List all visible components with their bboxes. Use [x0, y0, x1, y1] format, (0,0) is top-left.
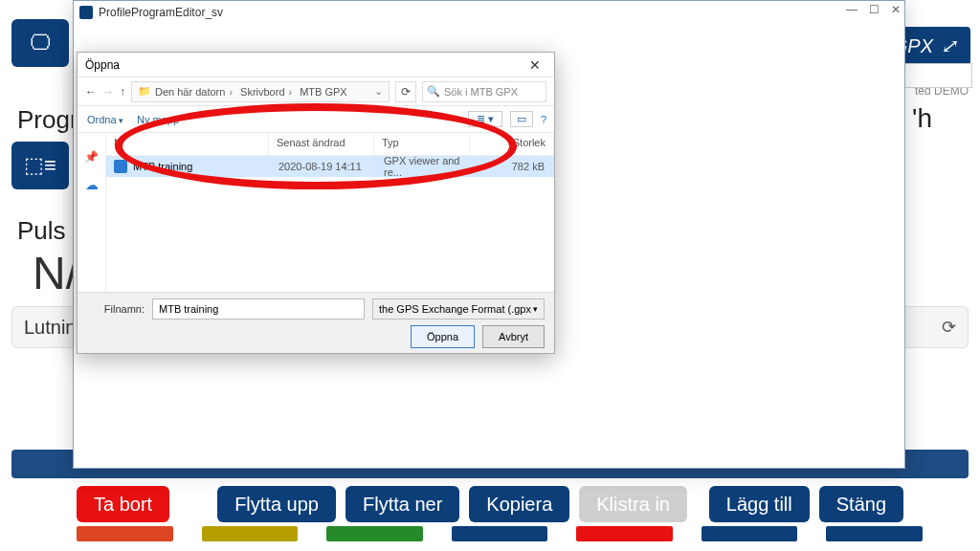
dialog-toolbar: Ordna Ny mapp ≣ ▾ ▭ ?: [78, 106, 554, 133]
remove-button[interactable]: Ta bort: [77, 486, 169, 522]
expand-icon: ⤢: [941, 34, 957, 57]
forward-icon[interactable]: →: [102, 85, 114, 99]
filetype-filter[interactable]: the GPS Exchange Format (.gpx: [372, 298, 545, 320]
filename-input[interactable]: [152, 298, 365, 320]
na-value: N/: [33, 247, 78, 299]
close-icon[interactable]: ✕: [891, 3, 901, 16]
preview-pane-icon[interactable]: ▭: [510, 111, 533, 127]
filename-label: Filnamn:: [87, 303, 145, 315]
file-date: 2020-08-19 14:11: [278, 161, 384, 172]
editor-titlebar: ProfileProgramEditor_sv — ☐ ✕: [74, 1, 904, 24]
monitor-tile-icon[interactable]: 🖵: [11, 19, 69, 67]
slope-bar-label: Lutnin: [24, 317, 77, 339]
close-button[interactable]: Stäng: [819, 486, 903, 522]
pin-icon[interactable]: 📌: [84, 150, 99, 164]
file-type: GPX viewer and re...: [384, 155, 479, 178]
organize-menu[interactable]: Ordna: [87, 114, 123, 125]
open-button[interactable]: Öppna: [411, 325, 475, 348]
dialog-titlebar: Öppna ✕: [78, 53, 554, 77]
dialog-title: Öppna: [85, 58, 120, 72]
add-button[interactable]: Lägg till: [709, 486, 810, 522]
dialog-nav-bar: ← → ↑ 📁 Den här datorn Skrivbord MTB GPX…: [78, 77, 554, 106]
maximize-icon[interactable]: ☐: [869, 3, 880, 16]
col-type[interactable]: Typ: [374, 133, 470, 155]
paste-button: Klistra in: [579, 486, 687, 522]
folder-icon: 📁: [138, 85, 151, 98]
help-icon[interactable]: ?: [541, 114, 546, 125]
column-headers[interactable]: N Senast ändrad Typ Storlek: [106, 133, 554, 156]
file-icon: [114, 160, 127, 173]
close-icon[interactable]: ✕: [523, 57, 546, 73]
file-list: N Senast ändrad Typ Storlek MTB training…: [106, 133, 554, 292]
file-name: MTB training: [133, 161, 278, 172]
file-open-dialog: Öppna ✕ ← → ↑ 📁 Den här datorn Skrivbord…: [77, 52, 555, 354]
color-strip: [77, 526, 923, 541]
puls-section-label: Puls i: [17, 216, 78, 246]
minimize-icon[interactable]: —: [846, 3, 858, 16]
new-folder-button[interactable]: Ny mapp: [137, 114, 179, 125]
bottom-button-bar: Ta bort Flytta upp Flytta ner Kopiera Kl…: [77, 486, 903, 522]
breadcrumb[interactable]: 📁 Den här datorn Skrivbord MTB GPX ⌄: [131, 81, 390, 102]
search-icon: 🔍: [427, 85, 440, 98]
move-down-button[interactable]: Flytta ner: [345, 486, 459, 522]
refresh-icon[interactable]: ⟳: [942, 317, 956, 338]
refresh-icon[interactable]: ⟳: [395, 81, 416, 102]
file-row[interactable]: MTB training 2020-08-19 14:11 GPX viewer…: [106, 156, 554, 177]
col-size[interactable]: Storlek: [470, 133, 554, 155]
copy-button[interactable]: Kopiera: [469, 486, 569, 522]
view-mode-icon[interactable]: ≣ ▾: [468, 111, 502, 127]
unit-label: 'h: [912, 103, 932, 134]
up-icon[interactable]: ↑: [120, 85, 125, 99]
dialog-footer: Filnamn: the GPS Exchange Format (.gpx Ö…: [78, 292, 554, 353]
cancel-button[interactable]: Avbryt: [482, 325, 545, 348]
profile-tile-icon[interactable]: ⬚≡: [11, 142, 69, 189]
col-name[interactable]: N: [106, 133, 269, 155]
file-size: 782 kB: [479, 161, 554, 172]
move-up-button[interactable]: Flytta upp: [217, 486, 336, 522]
back-icon[interactable]: ←: [85, 85, 97, 99]
cloud-icon[interactable]: ☁: [85, 177, 99, 192]
window-title: ProfileProgramEditor_sv: [99, 6, 223, 19]
search-input[interactable]: 🔍 Sök i MTB GPX: [422, 81, 546, 102]
search-placeholder: Sök i MTB GPX: [444, 86, 518, 98]
app-icon: [79, 6, 93, 19]
chevron-down-icon[interactable]: ⌄: [374, 85, 383, 98]
col-date[interactable]: Senast ändrad: [269, 133, 374, 155]
dialog-sidebar: 📌 ☁: [78, 133, 106, 292]
